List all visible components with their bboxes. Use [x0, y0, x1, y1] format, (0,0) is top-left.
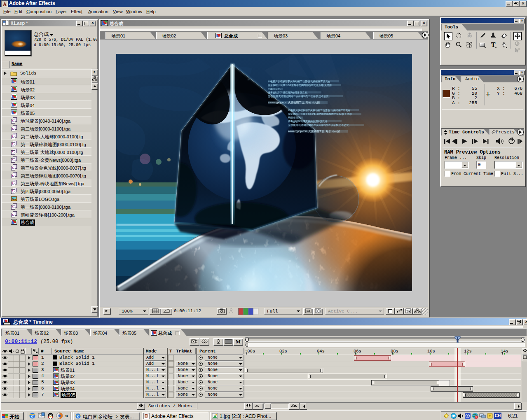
svg-text:T: T: [491, 41, 496, 48]
svg-text:e: e: [77, 413, 79, 418]
svg-text:请务必以学习研究目的使用本源文件。: 请务必以学习研究目的使用本源文件。: [268, 91, 310, 94]
svg-text:www.cgpop.com 火柴动画工坊, 站长 小火柴: www.cgpop.com 火柴动画工坊, 站长 小火柴: [267, 101, 320, 104]
svg-text:完全版权。仅限于CG爱好者之间内部技术交流所用,无偿用: 完全版权。仅限于CG爱好者之间内部技术交流所用,无偿用: [268, 84, 332, 87]
svg-text:本电视片头模板基于火柴动画工坊原创,火柴动画工坊具有: 本电视片头模板基于火柴动画工坊原创,火柴动画工坊具有: [288, 109, 351, 112]
svg-text:于商业目的。: 于商业目的。: [288, 116, 303, 119]
svg-text:本电视片头模板基于火柴动画工坊原创,火柴动画工坊具有: 本电视片头模板基于火柴动画工坊原创,火柴动画工坊具有: [267, 80, 330, 83]
svg-text:于商业目的。: 于商业目的。: [267, 87, 283, 91]
svg-text:M: M: [235, 338, 240, 344]
svg-text:完全版权。仅限于CG爱好者之间内部技术交流所用,无偿用: 完全版权。仅限于CG爱好者之间内部技术交流所用,无偿用: [288, 112, 352, 116]
svg-text:无偿使用,无偿通过网络二次传播均为二次侵权,违者必究。: 无偿使用,无偿通过网络二次传播均为二次侵权,违者必究。: [288, 124, 351, 127]
svg-text:www.cgpop.com 火柴动画工坊, 站长 小火柴: www.cgpop.com 火柴动画工坊, 站长 小火柴: [288, 130, 340, 133]
svg-text:e: e: [31, 413, 34, 419]
svg-text:请务必以学习研究目的使用本源文件。: 请务必以学习研究目的使用本源文件。: [288, 120, 330, 123]
svg-text:无偿使用,无偿通过网络二次传播均为二次侵权,违者必究。: 无偿使用,无偿通过网络二次传播均为二次侵权,违者必究。: [268, 95, 331, 98]
